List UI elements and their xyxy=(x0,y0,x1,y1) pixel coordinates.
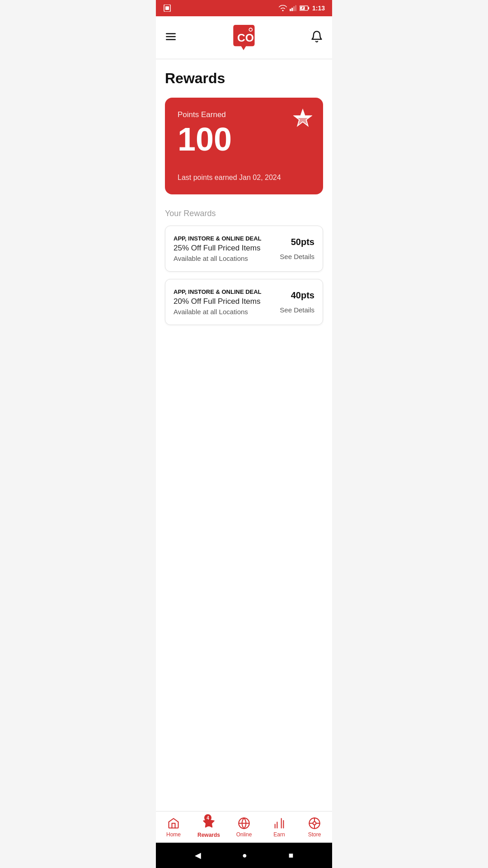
android-home[interactable]: ● xyxy=(242,851,247,860)
nav-rewards-label: Rewards xyxy=(197,832,220,838)
reward-card-1: APP, INSTORE & ONLINE DEAL 25% Off Full … xyxy=(165,226,323,272)
android-nav: ◀ ● ■ xyxy=(156,843,332,868)
nav-rewards[interactable]: 4 Rewards xyxy=(195,816,222,838)
see-details-2[interactable]: See Details xyxy=(280,306,314,314)
nav-store[interactable]: Store xyxy=(301,817,328,838)
top-nav: CO xyxy=(156,16,332,59)
points-earned-label: Points Earned xyxy=(178,110,310,119)
deal-type-1: APP, INSTORE & ONLINE DEAL xyxy=(174,235,274,242)
reward-right-2: 40pts See Details xyxy=(274,290,314,314)
menu-button[interactable] xyxy=(165,31,177,44)
reward-availability-1: Available at all Locations xyxy=(174,255,274,262)
points-card: Points Earned 100 Last points earned Jan… xyxy=(165,98,323,194)
status-bar-right: 1:13 xyxy=(279,5,325,12)
reward-points-1: 50pts xyxy=(291,237,314,247)
your-rewards-label: Your Rewards xyxy=(165,209,323,218)
bottom-nav: Home 4 Rewards Online Earn xyxy=(156,811,332,843)
reward-title-2: 20% Off Full Priced Items xyxy=(174,297,274,306)
page-content: Rewards Points Earned 100 Last points ea… xyxy=(156,59,332,811)
svg-rect-4 xyxy=(293,6,295,11)
reward-info-2: APP, INSTORE & ONLINE DEAL 20% Off Full … xyxy=(174,288,274,316)
nav-earn-label: Earn xyxy=(273,831,285,838)
reward-info-1: APP, INSTORE & ONLINE DEAL 25% Off Full … xyxy=(174,235,274,262)
reward-availability-2: Available at all Locations xyxy=(174,308,274,316)
svg-rect-2 xyxy=(290,9,291,11)
page-title: Rewards xyxy=(165,70,323,87)
points-date: Last points earned Jan 02, 2024 xyxy=(178,174,310,182)
status-bar-left xyxy=(163,5,171,12)
svg-rect-1 xyxy=(165,6,169,10)
reward-card-2: APP, INSTORE & ONLINE DEAL 20% Off Full … xyxy=(165,279,323,325)
svg-rect-7 xyxy=(308,7,309,9)
nav-online[interactable]: Online xyxy=(230,817,258,838)
reward-right-1: 50pts See Details xyxy=(274,237,314,260)
svg-text:CO: CO xyxy=(237,32,254,44)
reward-points-2: 40pts xyxy=(291,290,314,301)
android-recent[interactable]: ■ xyxy=(288,851,293,860)
points-value: 100 xyxy=(178,123,310,156)
nav-home[interactable]: Home xyxy=(160,817,187,838)
notification-button[interactable] xyxy=(310,30,323,45)
status-bar: 1:13 xyxy=(156,0,332,16)
svg-rect-3 xyxy=(291,8,293,11)
status-time: 1:13 xyxy=(312,5,325,12)
nav-home-label: Home xyxy=(166,831,181,838)
rewards-badge: 4 xyxy=(204,814,211,821)
nav-store-label: Store xyxy=(308,831,321,838)
nav-online-label: Online xyxy=(236,831,252,838)
nav-earn[interactable]: Earn xyxy=(266,817,293,838)
svg-rect-5 xyxy=(295,5,296,11)
deal-type-2: APP, INSTORE & ONLINE DEAL xyxy=(174,288,274,295)
reward-title-1: 25% Off Full Priced Items xyxy=(174,244,274,253)
logo: CO xyxy=(228,22,259,53)
android-back[interactable]: ◀ xyxy=(195,850,201,860)
see-details-1[interactable]: See Details xyxy=(280,253,314,260)
